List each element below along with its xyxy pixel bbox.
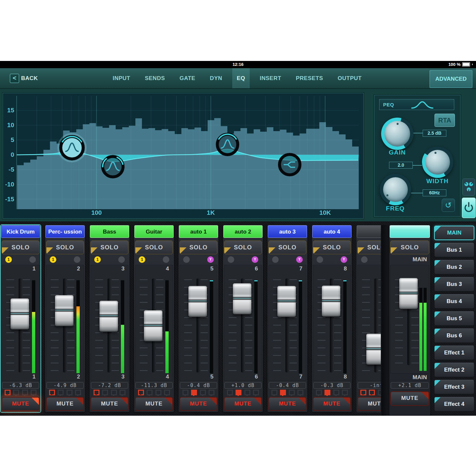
nav-tab-insert[interactable]: INSERT	[255, 68, 286, 88]
mute-group-led	[369, 390, 375, 395]
mute-group-led	[271, 390, 277, 395]
channel-strip: auto 3 SOLO Y 7 7 -0.4 dB MUTE	[267, 225, 307, 412]
nav-tab-sends[interactable]: SENDS	[140, 68, 170, 88]
mute-button[interactable]: MUTE	[46, 397, 84, 411]
mixer-app: 12:16 100 % < BACK INPUTSENDSGATEDYNEQIN…	[0, 61, 476, 416]
main-fader-handle[interactable]	[399, 278, 418, 309]
solo-button[interactable]: SOLO	[46, 240, 84, 254]
bus-select-bus-4[interactable]: Bus 4	[434, 294, 474, 309]
bus-select-effect-1[interactable]: Effect 1	[434, 346, 474, 360]
nav-tab-input[interactable]: INPUT	[108, 68, 135, 88]
advanced-button[interactable]: ADVANCED	[430, 70, 472, 88]
channel-number-top: 7	[299, 266, 302, 272]
channel-name-label[interactable]: auto 4	[312, 225, 351, 238]
channel-name-label[interactable]: Perc- ussion	[45, 225, 85, 238]
bus-select-effect-2[interactable]: Effect 2	[434, 363, 474, 377]
bus-select-effect-3[interactable]: Effect 3	[434, 380, 474, 394]
fader-handle[interactable]	[322, 286, 340, 317]
eq-band-handle-4[interactable]	[280, 154, 300, 175]
badge-row: Y	[317, 256, 347, 263]
channel-name-label[interactable]	[357, 225, 381, 238]
mute-button[interactable]: MUTE	[313, 397, 351, 411]
nav-tab-output[interactable]: OUTPUT	[333, 68, 366, 88]
bus-select-bus-6[interactable]: Bus 6	[434, 328, 474, 343]
fader-handle[interactable]	[277, 286, 296, 317]
fader-handle[interactable]	[99, 301, 118, 332]
solo-button[interactable]: SOLO	[268, 240, 306, 254]
freq-knob[interactable]	[380, 174, 411, 205]
bus-select-bus-2[interactable]: Bus 2	[434, 260, 474, 274]
fader-db-readout: -7.2 dB	[91, 382, 128, 389]
solo-button[interactable]: SOLO	[313, 240, 351, 254]
mute-group-leds	[227, 390, 259, 396]
filter-type-dropdown[interactable]: PEQ	[379, 99, 454, 110]
mute-group-led	[333, 390, 339, 395]
level-meter-fill	[165, 331, 169, 373]
mute-group-led	[49, 390, 55, 395]
mute-button[interactable]: MUTE	[91, 397, 128, 411]
gain-knob[interactable]	[381, 118, 413, 150]
fader-db-readout: -0.4 dB	[180, 382, 217, 389]
bus-select-main[interactable]: MAIN	[434, 226, 474, 240]
solo-button[interactable]: SOLO	[180, 240, 217, 254]
channel-name-label[interactable]: Guitar	[134, 225, 174, 238]
mute-button[interactable]: MUTE	[224, 397, 262, 411]
bus-select-bus-3[interactable]: Bus 3	[434, 277, 474, 292]
channel-name-label[interactable]: Kick Drum	[1, 225, 40, 238]
bus-select-effect-4[interactable]: Effect 4	[434, 397, 474, 411]
channel-name-label[interactable]: auto 1	[179, 225, 218, 238]
nav-tab-dyn[interactable]: DYN	[205, 68, 227, 88]
main-fader-db-readout: +2.1 dB	[391, 382, 429, 389]
eq-band-panel: PEQ RTA GAIN 2.5 dB WIDTH 2.0 FREQ	[374, 95, 461, 217]
eq-band-handle-2[interactable]	[103, 156, 123, 177]
fader-handle[interactable]	[144, 310, 162, 341]
freq-label: FREQ	[379, 205, 412, 212]
mute-button[interactable]: MUTE	[135, 397, 173, 411]
main-top-label: MAIN	[389, 256, 427, 263]
channel-strip: Guitar SOLO 1 4 4 -11.3 dB MUTE	[134, 225, 174, 412]
fader-handle[interactable]	[188, 286, 207, 317]
mute-button[interactable]: MUTE	[2, 397, 40, 411]
channel-name-label[interactable]: auto 2	[223, 225, 263, 238]
fader-zone: 2 2	[46, 265, 84, 381]
nav-tabs: INPUTSENDSGATEDYNEQINSERTPRESETSOUTPUT	[108, 68, 366, 88]
reset-button[interactable]: ↺	[442, 199, 455, 212]
channel-controls-button[interactable]	[462, 179, 475, 196]
back-button[interactable]: < BACK	[10, 68, 38, 88]
peak-hold-tick	[210, 280, 213, 281]
eq-band-handle-1[interactable]	[58, 134, 86, 161]
eq-power-button[interactable]	[462, 198, 476, 218]
channel-name-label[interactable]: Bass	[90, 225, 129, 238]
fader-handle[interactable]	[233, 283, 251, 314]
channel-name-label[interactable]: auto 3	[268, 225, 307, 238]
fader-handle[interactable]	[55, 295, 73, 326]
main-solo-button[interactable]: SOLO	[390, 240, 429, 254]
bus-select-bus-5[interactable]: Bus 5	[434, 311, 474, 326]
fader-handle[interactable]	[366, 334, 381, 365]
mute-group-led	[236, 390, 241, 395]
solo-button[interactable]: SOLO	[135, 240, 173, 254]
fader-zone: 1 1	[2, 265, 40, 381]
automix-y-badge: Y	[252, 256, 258, 263]
bus-select-bus-1[interactable]: Bus 1	[434, 243, 474, 257]
rta-button[interactable]: RTA	[434, 114, 455, 127]
solo-button[interactable]: SOLO	[224, 240, 262, 254]
eq-graph[interactable]: 151050-5-10-151001K10K	[3, 93, 364, 219]
eq-band-handle-3[interactable]	[217, 134, 238, 155]
nav-tab-gate[interactable]: GATE	[175, 68, 200, 88]
main-name-label[interactable]	[390, 225, 430, 238]
gain-label: GAIN	[381, 149, 414, 156]
nav-tab-presets[interactable]: PRESETS	[291, 68, 328, 88]
mute-button[interactable]: MUTE	[180, 397, 217, 411]
nav-tab-eq[interactable]: EQ	[232, 68, 250, 88]
solo-button[interactable]: SOLO	[2, 240, 40, 254]
eq-y-tick: -10	[5, 181, 14, 188]
main-mute-button[interactable]: MUTE	[390, 391, 429, 406]
fader-handle[interactable]	[11, 298, 29, 329]
mute-button[interactable]: MUTE	[268, 397, 306, 411]
solo-button[interactable]: SOLO	[91, 240, 128, 254]
mute-button[interactable]: MUTE	[357, 397, 381, 411]
eq-y-tick: 15	[7, 107, 14, 114]
width-knob[interactable]	[422, 147, 453, 178]
solo-button[interactable]: SOLO	[357, 240, 381, 254]
